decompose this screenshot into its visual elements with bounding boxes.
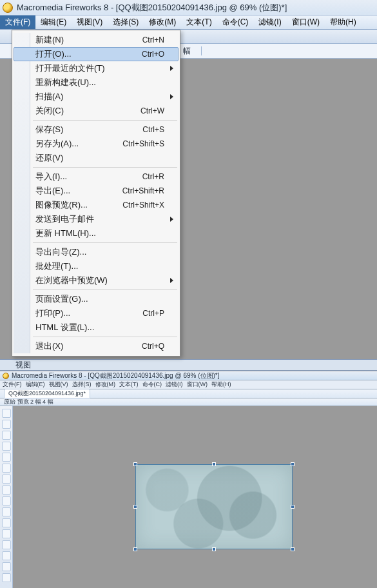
file-menu-item[interactable]: 图像预览(R)...Ctrl+Shift+X xyxy=(14,198,179,212)
resize-handle-bl[interactable] xyxy=(133,547,137,551)
options-separator xyxy=(201,46,202,55)
file-menu-item[interactable]: 还原(V) xyxy=(14,151,179,165)
embedded-menu-text[interactable]: 文本(T) xyxy=(119,380,139,389)
menu-modify[interactable]: 修改(M) xyxy=(144,15,181,29)
menu-item-label: 还原(V) xyxy=(35,152,63,164)
embedded-subtabs[interactable]: 原始 预览 2 幅 4 幅 xyxy=(4,398,53,406)
menu-item-label: 保存(S) xyxy=(35,124,63,135)
menu-help[interactable]: 帮助(H) xyxy=(325,15,362,29)
menu-filters[interactable]: 滤镜(I) xyxy=(253,15,286,29)
menu-edit[interactable]: 编辑(E) xyxy=(35,15,72,29)
embedded-menu-modify[interactable]: 修改(M) xyxy=(95,380,116,389)
file-menu-list: 新建(N)Ctrl+N打开(O)...Ctrl+O打开最近的文件(T)重新构建表… xyxy=(14,33,179,353)
resize-handle-br[interactable] xyxy=(291,547,295,551)
chevron-right-icon xyxy=(170,217,173,222)
menu-item-label: 关闭(C) xyxy=(35,105,64,117)
menu-text[interactable]: 文本(T) xyxy=(181,15,217,29)
menu-view[interactable]: 视图(V) xyxy=(72,15,108,29)
file-menu-item[interactable]: 打开(O)...Ctrl+O xyxy=(14,47,179,61)
panel-label[interactable]: 视图 xyxy=(0,359,377,371)
file-menu-item[interactable]: 关闭(C)Ctrl+W xyxy=(14,104,179,118)
tool-blur[interactable] xyxy=(2,518,11,527)
menu-item-label: 打开(O)... xyxy=(35,48,72,60)
tool-pointer[interactable] xyxy=(2,409,11,418)
chevron-right-icon xyxy=(170,94,173,99)
resize-handle-tm[interactable] xyxy=(212,462,216,466)
tool-rectangle[interactable] xyxy=(2,562,11,571)
embedded-selected-image[interactable] xyxy=(135,464,293,549)
menu-item-label: 页面设置(G)... xyxy=(35,293,88,305)
resize-handle-ml[interactable] xyxy=(133,505,137,509)
embedded-main xyxy=(0,406,377,588)
menu-separator xyxy=(33,337,177,337)
embedded-menu-commands[interactable]: 命令(C) xyxy=(142,380,162,389)
file-menu-item[interactable]: HTML 设置(L)... xyxy=(14,320,179,335)
resize-handle-bm[interactable] xyxy=(212,547,216,551)
menu-item-shortcut: Ctrl+R xyxy=(142,172,164,181)
embedded-menu-edit[interactable]: 编辑(E) xyxy=(26,380,45,389)
file-menu-item[interactable]: 导出(E)...Ctrl+Shift+R xyxy=(14,184,179,198)
menu-item-label: 打开最近的文件(T) xyxy=(35,63,105,74)
tool-pen[interactable] xyxy=(2,551,11,560)
file-menu-item[interactable]: 重新构建表(U)... xyxy=(14,75,179,90)
file-menu-item[interactable]: 导入(I)...Ctrl+R xyxy=(14,170,179,184)
file-menu-item[interactable]: 退出(X)Ctrl+Q xyxy=(14,339,179,353)
menu-item-shortcut: Ctrl+Q xyxy=(142,342,164,351)
embedded-toolbox xyxy=(0,406,13,588)
menubar: 文件(F) 编辑(E) 视图(V) 选择(S) 修改(M) 文本(T) 命令(C… xyxy=(0,15,377,30)
embedded-menu-view[interactable]: 视图(V) xyxy=(49,380,68,389)
tool-line[interactable] xyxy=(2,540,11,549)
embedded-title: Macromedia Fireworks 8 - [QQ截图2015020409… xyxy=(12,371,220,380)
file-menu-item[interactable]: 另存为(A)...Ctrl+Shift+S xyxy=(14,137,179,151)
tool-crop[interactable] xyxy=(2,442,11,451)
file-menu-item[interactable]: 打印(P)...Ctrl+P xyxy=(14,306,179,320)
menu-item-label: 导入(I)... xyxy=(35,171,67,182)
menu-item-label: 打印(P)... xyxy=(35,308,70,319)
menu-commands[interactable]: 命令(C) xyxy=(217,15,254,29)
embedded-menu-filters[interactable]: 滤镜(I) xyxy=(166,380,183,389)
embedded-canvas[interactable] xyxy=(13,406,377,588)
tool-scale[interactable] xyxy=(2,431,11,440)
resize-handle-mr[interactable] xyxy=(291,505,295,509)
menu-item-shortcut: Ctrl+O xyxy=(142,50,164,59)
embedded-menu-select[interactable]: 选择(S) xyxy=(72,380,92,389)
tool-brush[interactable] xyxy=(2,485,11,495)
file-menu-item[interactable]: 批处理(T)... xyxy=(14,259,179,273)
menu-item-label: 导出向导(Z)... xyxy=(35,246,86,258)
menu-item-label: 新建(N) xyxy=(35,34,64,46)
tool-lasso[interactable] xyxy=(2,464,11,473)
file-menu-item[interactable]: 扫描(A) xyxy=(14,90,179,104)
embedded-menu-file[interactable]: 文件(F) xyxy=(3,380,22,389)
tool-marquee[interactable] xyxy=(2,453,11,462)
tool-magic-wand[interactable] xyxy=(2,475,11,484)
file-menu-item[interactable]: 更新 HTML(H)... xyxy=(14,226,179,240)
file-menu-item[interactable]: 保存(S)Ctrl+S xyxy=(14,122,179,137)
chevron-right-icon xyxy=(170,66,173,71)
tool-rubber-stamp[interactable] xyxy=(2,529,11,538)
titlebar: Macromedia Fireworks 8 - [QQ截图2015020409… xyxy=(0,0,377,15)
menu-select[interactable]: 选择(S) xyxy=(108,15,144,29)
tool-subselect[interactable] xyxy=(2,420,11,429)
embedded-tabstrip: QQ截图20150204091436.jpg* xyxy=(0,389,377,398)
embedded-tab[interactable]: QQ截图20150204091436.jpg* xyxy=(4,389,90,398)
file-menu-item[interactable]: 页面设置(G)... xyxy=(14,292,179,306)
menu-item-shortcut: Ctrl+Shift+X xyxy=(122,201,164,210)
file-menu-item[interactable]: 新建(N)Ctrl+N xyxy=(14,33,179,47)
resize-handle-tl[interactable] xyxy=(133,462,137,466)
embedded-menu-help[interactable]: 帮助(H) xyxy=(211,380,231,389)
menu-window[interactable]: 窗口(W) xyxy=(287,15,325,29)
file-menu-item[interactable]: 打开最近的文件(T) xyxy=(14,61,179,75)
resize-handle-tr[interactable] xyxy=(291,462,295,466)
file-menu-item[interactable]: 导出向导(Z)... xyxy=(14,245,179,259)
tool-pencil[interactable] xyxy=(2,496,11,505)
tool-eraser[interactable] xyxy=(2,507,11,516)
menu-separator xyxy=(33,120,177,121)
file-menu-item[interactable]: 在浏览器中预览(W) xyxy=(14,273,179,288)
menu-file[interactable]: 文件(F) xyxy=(0,15,35,29)
embedded-menu-window[interactable]: 窗口(W) xyxy=(187,380,208,389)
file-menu-item[interactable]: 发送到电子邮件 xyxy=(14,212,179,226)
app-icon xyxy=(3,3,13,13)
menu-item-label: HTML 设置(L)... xyxy=(35,322,94,333)
embedded-app-icon xyxy=(3,373,9,379)
tool-text[interactable] xyxy=(2,573,11,582)
